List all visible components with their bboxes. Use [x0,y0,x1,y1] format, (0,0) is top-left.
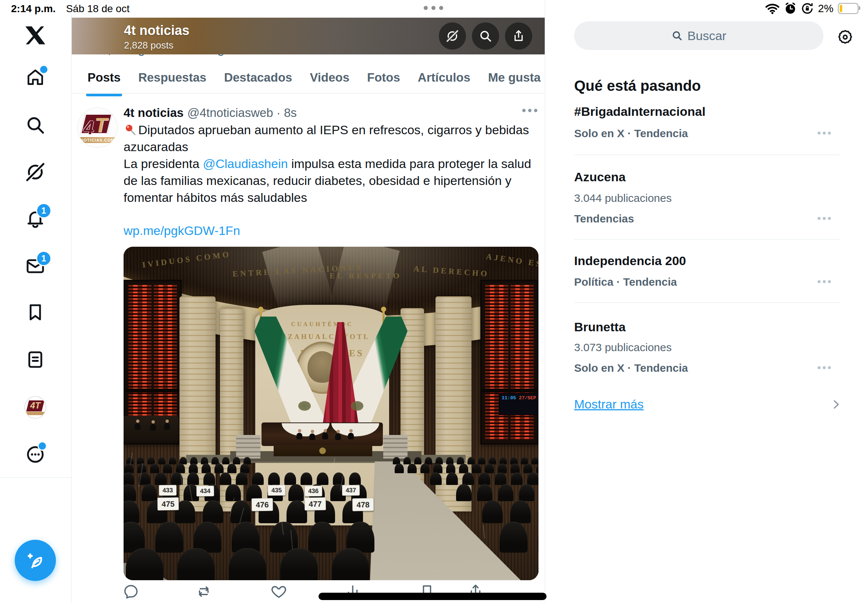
seat-placard: 433 [159,485,176,496]
search-input[interactable]: Buscar [574,21,823,50]
chamber-chair [124,473,134,485]
alarm-icon [784,2,797,15]
person [150,420,156,431]
messages-badge: 1 [36,251,51,266]
chamber-chair [179,457,187,464]
session-screen: 11:05 27/SEP [499,393,538,415]
seat-placard: 476 [252,498,273,511]
chamber-chair [477,484,492,501]
voting-led-board-right [480,280,538,445]
chamber-chair [227,464,237,473]
chamber-chair [155,473,167,485]
x-logo[interactable] [24,24,46,46]
like-icon[interactable] [270,583,287,600]
chamber-chair [430,473,442,485]
tweet-more-icon[interactable] [522,109,537,112]
multitasking-dots-icon[interactable] [424,6,443,10]
chamber-chair [201,457,208,464]
repost-icon[interactable] [195,583,212,600]
show-more-link[interactable]: Mostrar más [574,397,644,411]
notifications-badge: 1 [36,203,51,218]
seat-placard: 477 [305,497,326,510]
home-indicator[interactable] [319,593,546,600]
profile-search-button[interactable] [472,22,499,49]
tab-megusta[interactable]: Me gusta [487,68,542,91]
profile-timeline-column: 4t noticias 2,828 posts [71,0,545,603]
tweet-photo[interactable]: IVIDUOS COMO ENTRE LAS NACIONES EL RESPE… [124,247,538,580]
trend-more-icon[interactable] [818,362,831,369]
seat-placard: 437 [342,485,360,496]
trend-more-icon[interactable] [818,212,831,220]
chamber-chair [395,464,404,473]
chamber-chair [212,457,219,464]
tweet-external-link[interactable]: wp.me/pgkGDW-1Fn [124,224,240,238]
nav-search-icon[interactable] [24,114,46,136]
trend-meta: Política · Tendencia [574,276,677,288]
nav-bookmarks-icon[interactable] [24,302,46,323]
nav-grok-icon[interactable] [24,161,46,183]
tab-destacados[interactable]: Destacados [223,68,293,91]
chamber-chair [150,464,159,473]
nav-notifications-icon[interactable]: 1 [24,207,46,229]
tab-respuestas[interactable]: Respuestas [138,68,207,91]
trend-title[interactable]: Independencia 200 [574,254,686,268]
person [164,419,170,430]
trend-title[interactable]: Azucena [574,170,626,184]
reply-icon[interactable] [122,583,139,600]
chamber-chair [124,464,133,473]
person [348,429,354,439]
settings-gear-icon[interactable] [837,29,854,46]
chamber-chair [233,457,240,464]
profile-title: 4t noticias [124,23,189,38]
chamber-chair [498,484,514,501]
chamber-chair [404,457,411,464]
chamber-chair [126,457,133,464]
tabs-divider [71,93,545,94]
tweet-author-name[interactable]: 4t noticias [124,106,184,120]
chamber-chair [511,464,520,473]
nav-profile-avatar[interactable]: 4T [24,396,46,418]
status-bar: 2:14 p.m. Sáb 18 de oct 2% [0,0,868,18]
nav-more-icon[interactable] [24,444,46,465]
chevron-right-icon[interactable] [829,398,843,411]
tab-videos[interactable]: Videos [309,68,350,91]
home-unread-dot [39,65,48,74]
seat-placard: 435 [268,485,285,496]
trend-meta: Solo en X · Tendencia [574,362,688,374]
nav-lists-icon[interactable] [24,349,46,371]
tab-posts[interactable]: Posts [87,68,121,91]
trend-more-icon[interactable] [818,127,831,135]
chamber-chair [446,464,455,473]
chamber-chair [222,457,229,464]
profile-grok-button[interactable] [439,22,466,49]
profile-share-button[interactable] [505,22,532,49]
nav-home-icon[interactable] [24,66,46,88]
chamber-chair [147,457,155,464]
tab-articulos[interactable]: Artículos [417,68,471,91]
mention-link[interactable]: @Claudiashein [203,157,288,171]
seat-placard: 478 [352,498,374,511]
trend-title[interactable]: #BrigadaInternacional [574,104,706,119]
tweet-handle-and-time[interactable]: @4tnoticiasweb · 8s [187,106,297,120]
tweet-author-avatar[interactable]: 4 T NOTICIAS.COM [77,107,118,148]
chamber-chair [286,500,307,523]
profile-tabs: Posts Respuestas Destacados Videos Fotos… [87,68,539,91]
chamber-chair [435,457,443,464]
compose-post-button[interactable] [15,540,56,581]
trends-sidebar: Buscar Qué está pasando #BrigadaInternac… [545,0,868,603]
chamber-chair [521,457,528,464]
chamber-chair [478,473,490,485]
tweet-text: Diputados aprueban aumento al IEPS en re… [124,121,539,206]
chamber-chair [446,457,453,464]
chamber-chair [163,464,172,473]
nav-messages-icon[interactable]: 1 [24,255,46,277]
search-placeholder: Buscar [687,29,726,43]
chamber-chair [531,457,538,464]
seat-placard: 436 [305,486,322,497]
tab-fotos[interactable]: Fotos [366,68,401,91]
chamber-chair [393,457,400,464]
trend-title[interactable]: Brunetta [574,320,626,334]
trend-more-icon[interactable] [818,276,831,283]
ipad-x-app: 2:14 p.m. Sáb 18 de oct 2% [0,0,868,603]
chamber-chair [523,464,532,473]
